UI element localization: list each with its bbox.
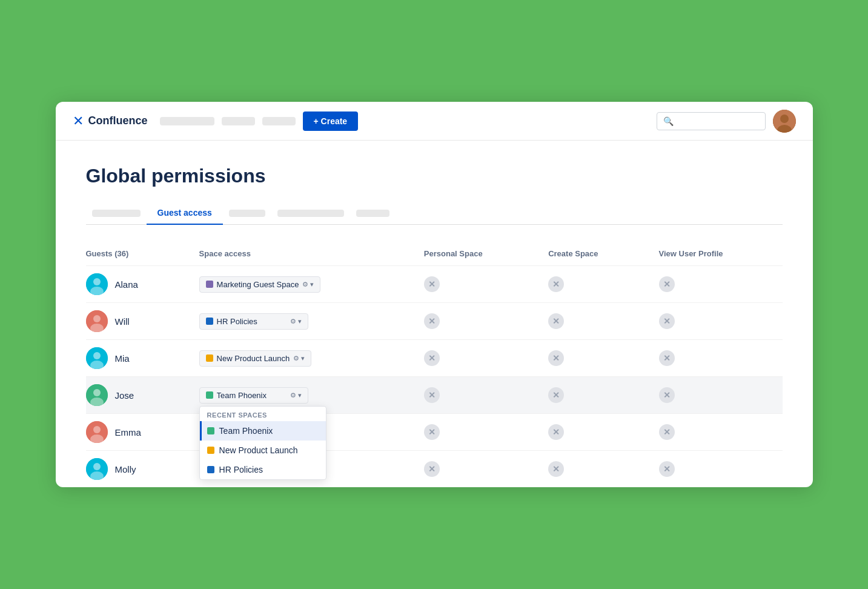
col-personal-space: Personal Space bbox=[414, 244, 538, 266]
dropdown-item-label: HR Policies bbox=[219, 465, 263, 474]
space-name: New Product Launch bbox=[217, 354, 290, 363]
dropdown-popup-header: RECENT SPACES bbox=[200, 407, 326, 421]
dropdown-icons: ⚙▾ bbox=[290, 318, 302, 325]
tabs-row: Guest access bbox=[86, 202, 783, 225]
guest-name: Mia bbox=[115, 353, 130, 364]
page-title: Global permissions bbox=[86, 165, 783, 187]
logo-text: Confluence bbox=[88, 115, 148, 127]
space-color-dot bbox=[206, 391, 213, 399]
permissions-table: Guests (36) Space access Personal Space … bbox=[86, 244, 783, 487]
guest-cell: Molly bbox=[86, 458, 180, 480]
avatar bbox=[86, 347, 108, 369]
create-button-label: + Create bbox=[314, 116, 348, 126]
dropdown-icons: ⚙▾ bbox=[290, 391, 302, 399]
col-guests: Guests (36) bbox=[86, 244, 190, 266]
svg-point-7 bbox=[93, 315, 101, 322]
avatar bbox=[86, 384, 108, 406]
personal-space-toggle[interactable]: ✕ bbox=[424, 424, 440, 440]
space-color-dot bbox=[206, 354, 213, 362]
dropdown-item-label: Team Phoenix bbox=[219, 426, 273, 436]
space-color-dot bbox=[207, 447, 214, 454]
table-row: Molly Marketing Guest Space ⚙▾ bbox=[86, 451, 783, 488]
avatar[interactable] bbox=[773, 110, 796, 133]
avatar bbox=[86, 310, 108, 332]
svg-point-10 bbox=[93, 352, 101, 359]
space-name: Team Phoenix bbox=[217, 391, 287, 400]
guest-cell: Mia bbox=[86, 347, 180, 369]
guest-cell: Alana bbox=[86, 273, 180, 295]
logo: ✕ Confluence bbox=[73, 113, 148, 129]
create-button[interactable]: + Create bbox=[303, 111, 359, 131]
space-color-dot bbox=[206, 318, 213, 325]
col-create-space: Create Space bbox=[538, 244, 649, 266]
dropdown-icons: ⚙▾ bbox=[302, 281, 314, 288]
dropdown-icons: ⚙▾ bbox=[293, 354, 305, 362]
guest-name: Jose bbox=[115, 390, 134, 401]
confluence-logo-icon: ✕ bbox=[73, 113, 84, 129]
dropdown-item-team-phoenix[interactable]: Team Phoenix bbox=[200, 421, 326, 441]
create-space-toggle[interactable]: ✕ bbox=[548, 424, 564, 440]
tab-pill-1 bbox=[92, 210, 141, 217]
personal-space-toggle[interactable]: ✕ bbox=[424, 276, 440, 292]
avatar bbox=[86, 421, 108, 443]
create-space-toggle[interactable]: ✕ bbox=[548, 350, 564, 366]
col-space-access: Space access bbox=[190, 244, 414, 266]
space-color-dot bbox=[207, 427, 214, 434]
dropdown-item-hr-policies[interactable]: HR Policies bbox=[200, 460, 326, 479]
view-profile-toggle[interactable]: ✕ bbox=[659, 313, 675, 329]
table-row: Mia New Product Launch ⚙▾ bbox=[86, 340, 783, 377]
space-dropdown[interactable]: HR Policies ⚙▾ bbox=[199, 313, 308, 330]
avatar bbox=[86, 458, 108, 480]
view-profile-toggle[interactable]: ✕ bbox=[659, 461, 675, 477]
dropdown-item-label: New Product Launch bbox=[219, 445, 298, 455]
view-profile-toggle[interactable]: ✕ bbox=[659, 424, 675, 440]
tab-guest-access[interactable]: Guest access bbox=[147, 202, 223, 225]
permissions-table-wrapper: Guests (36) Space access Personal Space … bbox=[86, 244, 783, 487]
view-profile-toggle[interactable]: ✕ bbox=[659, 387, 675, 403]
guest-name: Will bbox=[115, 316, 130, 327]
col-view-profile: View User Profile bbox=[649, 244, 783, 266]
personal-space-toggle[interactable]: ✕ bbox=[424, 350, 440, 366]
dropdown-container: Team Phoenix ⚙▾ RECENT SPACES bbox=[199, 387, 308, 404]
guest-cell: Emma bbox=[86, 421, 180, 443]
table-row: Jose Team Phoenix ⚙▾ bbox=[86, 377, 783, 414]
dropdown-popup: RECENT SPACES Team Phoenix New Pr bbox=[199, 406, 326, 480]
search-box[interactable]: 🔍 bbox=[657, 112, 766, 130]
table-row: Alana Marketing Guest Space ⚙▾ bbox=[86, 266, 783, 303]
create-space-toggle[interactable]: ✕ bbox=[548, 461, 564, 477]
svg-point-1 bbox=[780, 115, 789, 123]
nav-pill-2 bbox=[222, 117, 255, 125]
space-dropdown[interactable]: Marketing Guest Space ⚙▾ bbox=[199, 276, 321, 293]
top-nav: ✕ Confluence + Create 🔍 bbox=[56, 102, 813, 141]
create-space-toggle[interactable]: ✕ bbox=[548, 276, 564, 292]
svg-point-16 bbox=[93, 426, 101, 433]
search-icon: 🔍 bbox=[663, 116, 674, 126]
svg-point-19 bbox=[93, 463, 101, 470]
avatar bbox=[86, 273, 108, 295]
personal-space-toggle[interactable]: ✕ bbox=[424, 461, 440, 477]
space-dropdown[interactable]: Team Phoenix ⚙▾ bbox=[199, 387, 308, 404]
guest-name: Emma bbox=[115, 427, 141, 438]
tab-pill-2 bbox=[229, 210, 265, 217]
dropdown-item-new-product-launch[interactable]: New Product Launch bbox=[200, 441, 326, 460]
svg-point-4 bbox=[93, 278, 101, 285]
space-dropdown[interactable]: New Product Launch ⚙▾ bbox=[199, 350, 312, 367]
main-content: Global permissions Guest access Guests (… bbox=[56, 141, 813, 487]
space-color-dot bbox=[207, 466, 214, 473]
table-row: Will HR Policies ⚙▾ bbox=[86, 303, 783, 340]
tab-pill-4 bbox=[356, 210, 389, 217]
guest-cell: Will bbox=[86, 310, 180, 332]
space-name: HR Policies bbox=[217, 317, 287, 326]
personal-space-toggle[interactable]: ✕ bbox=[424, 387, 440, 403]
guest-name: Alana bbox=[115, 279, 138, 290]
create-space-toggle[interactable]: ✕ bbox=[548, 313, 564, 329]
guest-cell: Jose bbox=[86, 384, 180, 406]
view-profile-toggle[interactable]: ✕ bbox=[659, 350, 675, 366]
tab-pill-3 bbox=[277, 210, 344, 217]
nav-pill-3 bbox=[262, 117, 296, 125]
space-name: Marketing Guest Space bbox=[217, 280, 299, 289]
svg-point-13 bbox=[93, 389, 101, 396]
create-space-toggle[interactable]: ✕ bbox=[548, 387, 564, 403]
view-profile-toggle[interactable]: ✕ bbox=[659, 276, 675, 292]
personal-space-toggle[interactable]: ✕ bbox=[424, 313, 440, 329]
